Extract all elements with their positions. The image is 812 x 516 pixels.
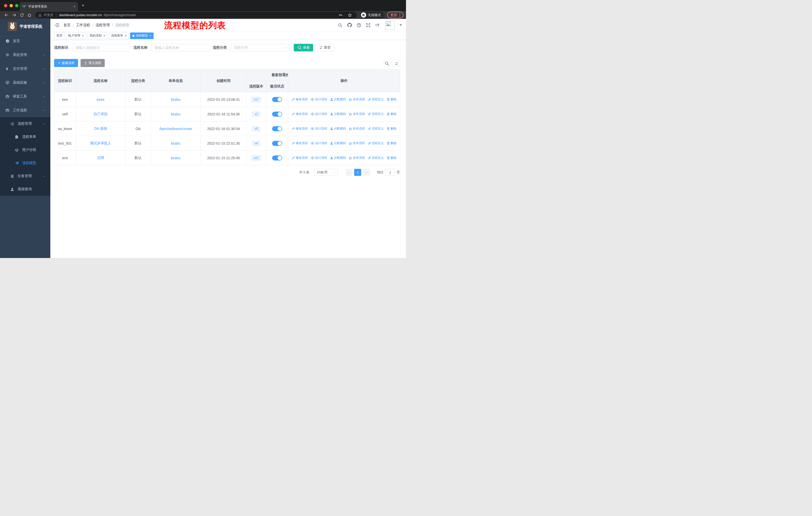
action-link-definition[interactable]: 流程定义 [368, 112, 384, 116]
breadcrumb-item-1[interactable]: 工作流程 [76, 23, 90, 27]
action-link-edit[interactable]: 修改流程 [292, 141, 308, 145]
search-icon[interactable] [338, 23, 342, 27]
sidebar-item-1[interactable]: 系统管理 [0, 48, 50, 62]
model-name-link[interactable]: 测试多审批人 [90, 141, 111, 145]
close-icon[interactable]: × [149, 34, 151, 37]
tab-close-icon[interactable]: × [74, 4, 76, 8]
github-icon[interactable] [347, 23, 352, 27]
form-info-link[interactable]: biubiu [171, 141, 180, 145]
hamburger-icon[interactable] [54, 23, 59, 28]
action-link-assign[interactable]: 分配规则 [330, 141, 346, 145]
close-icon[interactable]: × [104, 34, 105, 37]
action-link-delete[interactable]: 删除 [387, 112, 397, 116]
menu-dots-icon[interactable] [400, 13, 401, 17]
browser-update-button[interactable]: 更新 [387, 11, 404, 19]
chevron-down-icon[interactable] [400, 24, 402, 27]
font-size-icon[interactable]: TT [375, 23, 380, 27]
sidebar-item-10[interactable]: 任务管理 [0, 169, 50, 183]
refresh-table-button[interactable] [393, 60, 400, 67]
browser-tab[interactable]: 芋道管理系统 × [20, 2, 78, 11]
current-page-button[interactable]: 1 [354, 169, 361, 176]
category-select[interactable]: 流程分类 [231, 44, 290, 51]
form-info-link[interactable]: biubiu [171, 112, 180, 116]
reload-icon[interactable] [20, 13, 24, 17]
action-link-definition[interactable]: 流程定义 [368, 97, 384, 102]
form-info-link[interactable]: biubiu [171, 156, 180, 160]
sidebar-item-0[interactable]: 首页 [0, 34, 50, 48]
breadcrumb-item-0[interactable]: 首页 [63, 23, 70, 27]
model-name-link[interactable]: 滔博 [97, 156, 104, 160]
address-bar[interactable]: 不安全 dashboard.yudao.iocoder.cn/bpm/manag… [35, 12, 357, 18]
action-link-edit[interactable]: 修改流程 [292, 97, 308, 102]
form-info-link[interactable]: /bpm/oa/leave/create [159, 127, 192, 131]
action-link-publish[interactable]: 发布流程 [349, 127, 365, 131]
fullscreen-icon[interactable] [366, 23, 371, 27]
tag-0[interactable]: 首页 [54, 32, 65, 39]
new-tab-button[interactable]: + [82, 2, 84, 8]
sidebar-item-2[interactable]: ¥ 支付管理 [0, 62, 50, 76]
action-link-design[interactable]: 设计流程 [311, 141, 327, 145]
active-toggle[interactable] [272, 97, 282, 102]
window-controls[interactable] [4, 4, 18, 7]
action-link-edit[interactable]: 修改流程 [292, 112, 308, 116]
action-link-delete[interactable]: 删除 [387, 97, 397, 102]
process-name-input[interactable] [151, 44, 210, 51]
form-info-link[interactable]: biubiu [171, 98, 180, 102]
avatar[interactable] [385, 20, 395, 30]
sidebar-item-7[interactable]: 流程表单 [0, 130, 50, 143]
close-icon[interactable]: × [125, 34, 126, 37]
action-link-delete[interactable]: 删除 [387, 127, 397, 131]
tag-4[interactable]: 流程模型× [130, 32, 153, 39]
back-icon[interactable] [4, 13, 8, 17]
action-link-design[interactable]: 设计流程 [311, 97, 327, 102]
active-toggle[interactable] [272, 141, 282, 146]
forward-icon[interactable] [12, 13, 17, 17]
action-link-definition[interactable]: 流程定义 [368, 127, 384, 131]
close-window-button[interactable] [4, 4, 7, 7]
action-link-delete[interactable]: 删除 [387, 141, 397, 145]
sidebar-item-11[interactable]: 请假查询 [0, 183, 50, 196]
sidebar-item-5[interactable]: 工作流程 [0, 103, 50, 117]
sidebar-item-4[interactable]: 研发工具 [0, 89, 50, 103]
model-name-link[interactable]: eeee [97, 98, 105, 102]
action-link-delete[interactable]: 删除 [387, 156, 397, 160]
process-key-input[interactable] [72, 44, 131, 51]
tag-2[interactable]: 我的流程× [87, 32, 108, 39]
action-link-publish[interactable]: 发布流程 [349, 97, 365, 102]
action-link-assign[interactable]: 分配规则 [330, 112, 346, 116]
active-toggle[interactable] [272, 156, 282, 161]
action-link-assign[interactable]: 分配规则 [330, 127, 346, 131]
action-link-design[interactable]: 设计流程 [311, 112, 327, 116]
maximize-window-button[interactable] [15, 4, 18, 7]
prev-page-button[interactable]: ‹ [345, 169, 352, 176]
action-link-definition[interactable]: 流程定义 [368, 141, 384, 145]
model-name-link[interactable]: 自己审批 [94, 112, 108, 116]
close-icon[interactable]: × [82, 34, 84, 37]
breadcrumb-item-2[interactable]: 流程管理 [96, 23, 110, 27]
action-link-assign[interactable]: 分配规则 [330, 156, 346, 160]
action-link-design[interactable]: 设计流程 [311, 127, 327, 131]
action-link-definition[interactable]: 流程定义 [368, 156, 384, 160]
action-link-edit[interactable]: 修改流程 [292, 156, 308, 160]
action-link-assign[interactable]: 分配规则 [330, 97, 346, 102]
sidebar-item-3[interactable]: 基础设施 [0, 76, 50, 89]
help-icon[interactable] [357, 23, 361, 27]
page-size-select[interactable]: 10条/页 [314, 169, 338, 176]
create-process-button[interactable]: 新建流程 [54, 59, 78, 67]
goto-page-input[interactable] [385, 169, 395, 176]
minimize-window-button[interactable] [9, 4, 13, 7]
reset-button[interactable]: 重置 [316, 44, 334, 51]
key-icon[interactable] [339, 13, 343, 17]
active-toggle[interactable] [272, 112, 282, 117]
action-link-publish[interactable]: 发布流程 [349, 112, 365, 116]
tag-3[interactable]: 流程表单× [109, 32, 129, 39]
show-search-button[interactable] [383, 60, 390, 67]
action-link-publish[interactable]: 发布流程 [349, 156, 365, 160]
action-link-design[interactable]: 设计流程 [311, 156, 327, 160]
active-toggle[interactable] [272, 126, 282, 131]
sidebar-item-6[interactable]: 流程管理 [0, 117, 50, 130]
action-link-publish[interactable]: 发布流程 [349, 141, 365, 145]
model-name-link[interactable]: OA 请假 [94, 127, 107, 131]
import-process-button[interactable]: 导入流程 [81, 59, 105, 67]
sidebar-item-8[interactable]: 用户分组 [0, 143, 50, 157]
